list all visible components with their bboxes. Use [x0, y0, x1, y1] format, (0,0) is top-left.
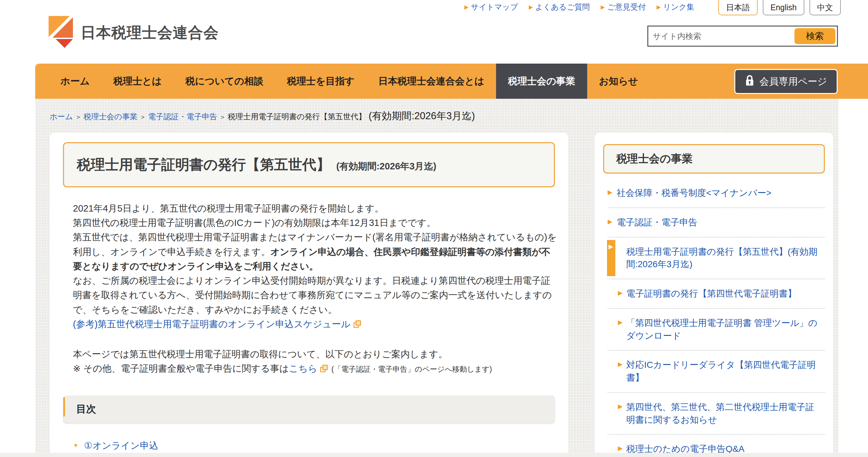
toc-link-online-application[interactable]: ①オンライン申込: [84, 438, 158, 453]
lang-button-japanese[interactable]: 日本語: [718, 0, 758, 15]
sidebar-item-cert-gen5-current[interactable]: ▶ 税理士用電子証明書の発行【第五世代】(有効期間:2026年3月迄): [608, 237, 825, 280]
schedule-link[interactable]: (参考)第五世代税理士用電子証明書のオンライン申込スケジュール: [73, 319, 350, 329]
breadcrumb-validity-suffix: (有効期間:2026年3月迄): [369, 109, 475, 123]
breadcrumb-separator: >: [141, 114, 145, 121]
arrow-right-icon: ▶: [608, 188, 613, 197]
nav-item-about-zeirishi[interactable]: 税理士とは: [101, 64, 173, 99]
spacer: [63, 332, 555, 347]
arrow-right-icon: ▶: [529, 4, 533, 10]
top-link-faq[interactable]: ▶よくあるご質問: [529, 2, 590, 12]
paragraph: 本ページでは第五世代税理士用電子証明書の取得について、以下のとおりご案内します。: [63, 347, 559, 361]
top-utility-links: ▶サイトマップ ▶よくあるご質問 ▶ご意見受付 ▶リンク集: [464, 2, 694, 12]
paragraph: 第四世代の税理士用電子証明書(黒色のICカード)の有効期限は本年12月31日まで…: [63, 216, 559, 230]
toc-title: 目次: [63, 401, 96, 417]
breadcrumb-ecert[interactable]: 電子認証・電子申告: [148, 111, 217, 122]
arrow-right-icon: ▶: [609, 242, 613, 251]
lock-icon: [745, 74, 754, 89]
toc-item: ▼ ①オンライン申込: [73, 438, 555, 453]
sidebar-link[interactable]: 電子証明書の発行【第四世代電子証明書】: [626, 289, 797, 298]
triangle-down-icon: ▼: [73, 441, 79, 450]
sidebar-link[interactable]: 「第四世代税理士用電子証明書 管理ツール」のダウンロード: [626, 318, 817, 341]
external-link-icon: [320, 362, 328, 377]
logo-mark-icon: [49, 16, 73, 49]
sidebar-link[interactable]: 税理士のための電子申告Q&A: [626, 444, 745, 454]
sidebar-link[interactable]: 税理士用電子証明書の発行【第五世代】(有効期間:2026年3月迄): [626, 247, 817, 269]
lang-button-english[interactable]: English: [763, 0, 804, 15]
page-title: 税理士用電子証明書の発行【第五世代】: [77, 157, 330, 172]
nav-item-aim-zeirishi[interactable]: 税理士を目指す: [275, 64, 366, 99]
breadcrumb-home[interactable]: ホーム: [50, 111, 73, 122]
breadcrumb-separator: >: [221, 114, 224, 121]
page-title-suffix: (有効期間:2026年3月迄): [336, 161, 436, 171]
top-link-label: サイトマップ: [471, 2, 518, 12]
arrow-right-icon: ▶: [618, 318, 623, 327]
breadcrumb-current: 税理士用電子証明書の発行【第五世代】: [228, 111, 366, 122]
sidebar-link[interactable]: 対応ICカードリーダライタ【第四世代電子証明書】: [626, 360, 816, 383]
paragraph: (参考)第五世代税理士用電子証明書のオンライン申込スケジュール: [63, 317, 559, 332]
search-button[interactable]: 検索: [795, 28, 835, 44]
sidebar-link[interactable]: 電子認証・電子申告: [617, 217, 697, 227]
sidebar-heading: 税理士会の事業: [603, 144, 825, 173]
external-link-icon: [353, 318, 362, 332]
paragraph-text: 第四世代の税理士用電子証明書(黒色のICカード)の有効期限は本年12月31日まで…: [73, 218, 436, 228]
sidebar-item-management-tool[interactable]: ▶ 「第四世代税理士用電子証明書 管理ツール」のダウンロード: [608, 309, 825, 351]
paragraph: 第五世代では、第四世代税理士用電子証明書またはマイナンバーカード(署名用電子証明…: [63, 230, 559, 273]
sidebar-link[interactable]: 社会保障・税番号制度<マイナンバー>: [617, 188, 771, 198]
arrow-right-icon: ▶: [601, 4, 605, 10]
lang-button-chinese[interactable]: 中文: [809, 0, 841, 15]
arrow-right-icon: ▶: [618, 444, 623, 453]
sidebar-item-mynumber[interactable]: ▶ 社会保障・税番号制度<マイナンバー>: [608, 178, 825, 208]
top-link-label: ご意見受付: [607, 2, 646, 12]
article-body: 2021年4月5日より、第五世代の税理士用電子証明書の発行を開始します。 第四世…: [63, 201, 555, 457]
arrow-right-icon: ▶: [464, 4, 469, 10]
link-note: (「電子認証・電子申告」のページへ移動します): [331, 365, 492, 373]
nav-item-home[interactable]: ホーム: [49, 64, 101, 99]
top-link-label: よくあるご質問: [535, 2, 590, 12]
nav-item-tax-consultation[interactable]: 税についての相談: [174, 64, 275, 99]
arrow-right-icon: ▶: [618, 360, 623, 369]
paragraph: ※ その他、電子証明書全般や電子申告に関する事はこちら(「電子認証・電子申告」の…: [63, 361, 559, 377]
breadcrumb-business[interactable]: 税理士会の事業: [84, 111, 137, 122]
arrow-right-icon: ▶: [618, 289, 623, 297]
top-link-label: リンク集: [663, 2, 694, 12]
sidebar-link[interactable]: 第四世代、第三世代、第二世代税理士用電子証明書に関するお知らせ: [626, 402, 814, 425]
breadcrumb: ホーム > 税理士会の事業 > 電子認証・電子申告 > 税理士用電子証明書の発行…: [50, 109, 475, 123]
arrow-right-icon: ▶: [608, 218, 613, 226]
top-link-sitemap[interactable]: ▶サイトマップ: [464, 2, 518, 12]
sidebar-item-ecert-efiling[interactable]: ▶ 電子認証・電子申告: [608, 208, 825, 237]
paragraph-text: 本ページでは第五世代税理士用電子証明書の取得について、以下のとおりご案内します。: [73, 349, 448, 359]
nav-item-news[interactable]: お知らせ: [587, 64, 650, 99]
bottom-scrollbar-strip[interactable]: [0, 453, 868, 457]
site-search: 検索: [647, 26, 838, 47]
sidebar-menu: ▶ 社会保障・税番号制度<マイナンバー> ▶ 電子認証・電子申告 ▶ 税理士用電…: [603, 178, 825, 457]
nav-item-about-federation[interactable]: 日本税理士会連合会とは: [367, 64, 496, 99]
language-switcher: 日本語 English 中文: [718, 0, 841, 15]
page-title-box: 税理士用電子証明書の発行【第五世代】 (有効期間:2026年3月迄): [63, 142, 555, 187]
search-input[interactable]: [648, 27, 794, 46]
sidebar-item-ic-card-reader[interactable]: ▶ 対応ICカードリーダライタ【第四世代電子証明書】: [608, 351, 825, 393]
member-page-button[interactable]: 会員専用ページ: [734, 69, 838, 94]
paragraph-text: なお、ご所属の税理士会によりオンライン申込受付開始時期が異なります。日税連より第…: [73, 275, 552, 315]
member-page-label: 会員専用ページ: [760, 75, 827, 88]
paragraph: 2021年4月5日より、第五世代の税理士用電子証明書の発行を開始します。: [63, 201, 559, 216]
paragraph: なお、ご所属の税理士会によりオンライン申込受付開始時期が異なります。日税連より第…: [63, 273, 559, 317]
main-content-card: 税理士用電子証明書の発行【第五世代】 (有効期間:2026年3月迄) 2021年…: [50, 133, 568, 457]
toc-accent-bar: [63, 397, 65, 416]
global-nav: ホーム 税理士とは 税についての相談 税理士を目指す 日本税理士会連合会とは 税…: [35, 64, 868, 99]
site-logo[interactable]: 日本税理士会連合会: [49, 16, 219, 49]
sidebar: 税理士会の事業 ▶ 社会保障・税番号制度<マイナンバー> ▶ 電子認証・電子申告…: [595, 133, 833, 457]
arrow-right-icon: ▶: [657, 4, 661, 10]
sidebar-item-cert-gen4[interactable]: ▶ 電子証明書の発行【第四世代電子証明書】: [608, 279, 825, 309]
toc-box: 目次: [63, 396, 555, 423]
sidebar-item-older-cert-news[interactable]: ▶ 第四世代、第三世代、第二世代税理士用電子証明書に関するお知らせ: [608, 393, 825, 435]
paragraph-text: ※ その他、電子証明書全般や電子申告に関する事は: [73, 363, 289, 373]
logo-text: 日本税理士会連合会: [81, 23, 219, 43]
top-link-links[interactable]: ▶リンク集: [657, 2, 694, 12]
paragraph-text: 2021年4月5日より、第五世代の税理士用電子証明書の発行を開始します。: [73, 203, 384, 214]
nav-item-association-business[interactable]: 税理士会の事業: [496, 64, 587, 99]
breadcrumb-separator: >: [76, 114, 80, 121]
kochira-link[interactable]: こちら: [289, 363, 317, 373]
arrow-right-icon: ▶: [618, 402, 623, 411]
top-link-feedback[interactable]: ▶ご意見受付: [601, 2, 646, 12]
